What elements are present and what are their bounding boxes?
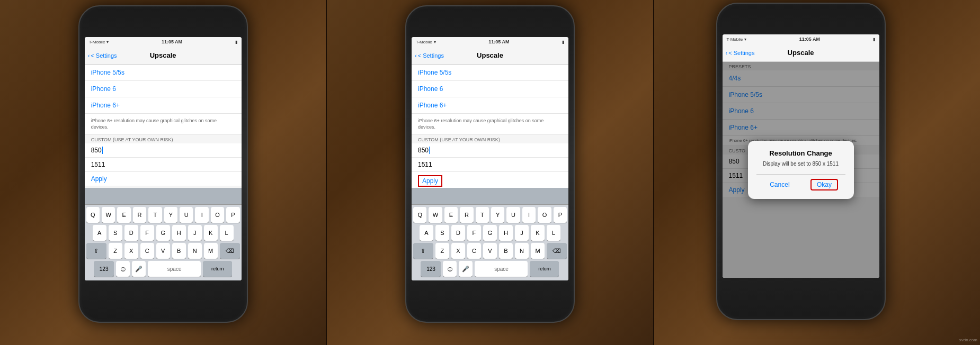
key-u-2[interactable]: U	[506, 207, 520, 223]
iphone-6-item-1[interactable]: iPhone 6	[85, 81, 242, 97]
key-space-1[interactable]: space	[148, 261, 201, 277]
key-return-1[interactable]: return	[203, 261, 232, 277]
okay-btn-3[interactable]: Okay	[810, 179, 838, 190]
time-1: 11:05 AM	[162, 39, 182, 44]
key-emoji-1[interactable]: ☺	[116, 261, 130, 277]
key-space-2[interactable]: space	[475, 261, 528, 277]
key-delete-2[interactable]: ⌫	[547, 243, 567, 259]
key-g-2[interactable]: G	[483, 225, 497, 241]
key-i-1[interactable]: I	[195, 207, 208, 223]
key-w-2[interactable]: W	[429, 207, 442, 223]
status-bar-2: T-Mobile ▾ 11:05 AM ▮	[412, 37, 568, 47]
key-d-2[interactable]: D	[451, 225, 465, 241]
key-l-2[interactable]: L	[547, 225, 560, 241]
apply-btn-1[interactable]: Apply	[85, 172, 242, 186]
key-row-4-1: 123 ☺ 🎤 space return	[86, 261, 240, 277]
cancel-btn-3[interactable]: Cancel	[763, 179, 796, 190]
iphone-6plus-item-2[interactable]: iPhone 6+	[412, 97, 568, 114]
phone-3: T-Mobile ▾ 11:05 AM ▮ ‹ < Settings Upsca…	[716, 3, 886, 320]
key-l-1[interactable]: L	[220, 225, 234, 241]
key-r-1[interactable]: R	[133, 207, 146, 223]
key-emoji-2[interactable]: ☺	[443, 261, 457, 277]
key-x-2[interactable]: X	[451, 243, 465, 259]
key-delete-1[interactable]: ⌫	[220, 243, 240, 259]
key-i-2[interactable]: I	[522, 207, 536, 223]
key-q-2[interactable]: Q	[413, 207, 426, 223]
key-shift-1[interactable]: ⇧	[86, 243, 106, 259]
key-r-2[interactable]: R	[460, 207, 473, 223]
field1-row-2[interactable]: 850	[412, 143, 568, 158]
key-c-1[interactable]: C	[140, 243, 154, 259]
panel-1: T-Mobile ▾ 11:05 AM ▮ ‹ < Settings Upsca…	[0, 0, 326, 345]
key-num-2[interactable]: 123	[421, 261, 441, 277]
key-a-1[interactable]: A	[93, 225, 106, 241]
key-k-2[interactable]: K	[531, 225, 545, 241]
key-mic-2[interactable]: 🎤	[459, 261, 473, 277]
key-j-2[interactable]: J	[515, 225, 529, 241]
key-o-1[interactable]: O	[211, 207, 224, 223]
panel-2: T-Mobile ▾ 11:05 AM ▮ ‹ < Settings Upsca…	[327, 0, 653, 345]
apply-highlighted-2[interactable]: Apply	[418, 175, 442, 187]
key-g-1[interactable]: G	[156, 225, 170, 241]
key-p-1[interactable]: P	[226, 207, 239, 223]
key-return-2[interactable]: return	[530, 261, 559, 277]
key-u-1[interactable]: U	[180, 207, 193, 223]
key-p-2[interactable]: P	[554, 207, 567, 223]
key-y-1[interactable]: Y	[164, 207, 177, 223]
key-h-2[interactable]: H	[499, 225, 513, 241]
key-s-1[interactable]: S	[109, 225, 122, 241]
key-q-1[interactable]: Q	[86, 207, 100, 223]
iphone-6plus-item-1[interactable]: iPhone 6+	[85, 97, 242, 114]
key-t-2[interactable]: T	[476, 207, 489, 223]
back-btn-3[interactable]: ‹ < Settings	[726, 50, 755, 56]
key-h-1[interactable]: H	[172, 225, 186, 241]
key-c-2[interactable]: C	[467, 243, 481, 259]
key-x-1[interactable]: X	[124, 243, 138, 259]
key-shift-2[interactable]: ⇧	[413, 243, 433, 259]
phone-1-screen: T-Mobile ▾ 11:05 AM ▮ ‹ < Settings Upsca…	[85, 37, 242, 280]
key-row-4-2: 123 ☺ 🎤 space return	[413, 261, 567, 277]
settings-list-2: iPhone 5/5s iPhone 6 iPhone 6+ iPhone 6+…	[412, 65, 568, 190]
key-m-1[interactable]: M	[204, 243, 218, 259]
key-t-1[interactable]: T	[148, 207, 162, 223]
key-num-1[interactable]: 123	[94, 261, 114, 277]
status-right-3: ▮	[873, 37, 875, 42]
key-mic-1[interactable]: 🎤	[132, 261, 146, 277]
phone-1: T-Mobile ▾ 11:05 AM ▮ ‹ < Settings Upsca…	[78, 5, 248, 323]
key-w-1[interactable]: W	[102, 207, 115, 223]
key-e-1[interactable]: E	[117, 207, 130, 223]
back-btn-1[interactable]: ‹ < Settings	[88, 52, 117, 59]
cursor-2	[429, 147, 430, 154]
key-v-1[interactable]: V	[156, 243, 170, 259]
key-b-2[interactable]: B	[499, 243, 513, 259]
key-b-1[interactable]: B	[172, 243, 186, 259]
key-a-2[interactable]: A	[420, 225, 433, 241]
status-left-1: T-Mobile ▾	[89, 40, 109, 44]
back-chevron-1: ‹	[88, 52, 90, 59]
key-s-2[interactable]: S	[435, 225, 449, 241]
field1-row-1[interactable]: 850	[85, 143, 242, 158]
key-v-2[interactable]: V	[483, 243, 497, 259]
iphone-5s-item-1[interactable]: iPhone 5/5s	[85, 65, 242, 81]
watermark: xvdn.com	[959, 338, 977, 342]
key-j-1[interactable]: J	[188, 225, 202, 241]
key-o-2[interactable]: O	[538, 207, 551, 223]
key-y-2[interactable]: Y	[491, 207, 504, 223]
back-chevron-3: ‹	[726, 50, 728, 56]
key-e-2[interactable]: E	[444, 207, 458, 223]
key-row-2-2: A S D F G H J K L	[413, 225, 567, 241]
key-m-2[interactable]: M	[531, 243, 545, 259]
key-d-1[interactable]: D	[124, 225, 138, 241]
key-f-2[interactable]: F	[467, 225, 481, 241]
key-z-1[interactable]: Z	[109, 243, 122, 259]
key-z-2[interactable]: Z	[435, 243, 449, 259]
key-n-2[interactable]: N	[515, 243, 529, 259]
iphone-6-item-2[interactable]: iPhone 6	[412, 81, 568, 97]
key-k-1[interactable]: K	[204, 225, 218, 241]
back-btn-2[interactable]: ‹ < Settings	[415, 52, 444, 59]
key-f-1[interactable]: F	[140, 225, 154, 241]
iphone-5s-item-2[interactable]: iPhone 5/5s	[412, 65, 568, 81]
key-n-1[interactable]: N	[188, 243, 202, 259]
phone-2: T-Mobile ▾ 11:05 AM ▮ ‹ < Settings Upsca…	[405, 5, 575, 323]
carrier-2: T-Mobile	[416, 40, 432, 44]
